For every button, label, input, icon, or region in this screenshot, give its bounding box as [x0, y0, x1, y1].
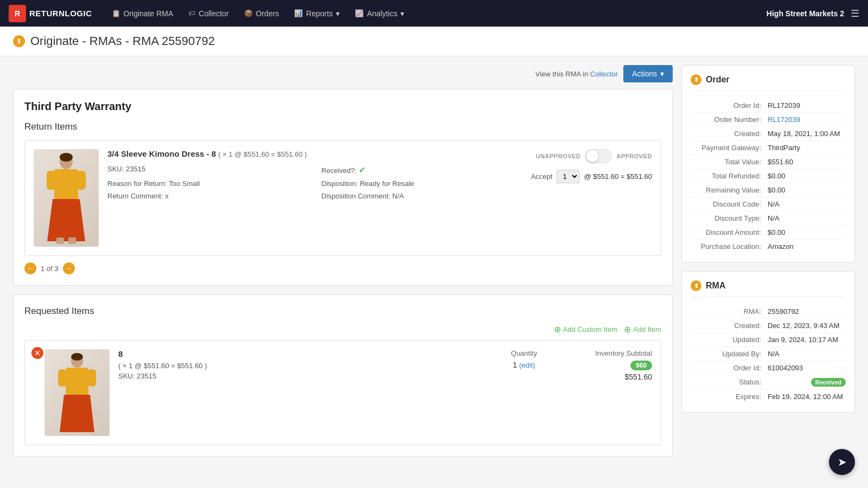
- return-item-card: 3/4 Sleeve Kimono Dress - 8 ( × 1 @ $551…: [24, 140, 661, 256]
- order-sidebar-card: ⬆ Order Order Id: RL172039 Order Number:…: [681, 65, 855, 262]
- actions-button[interactable]: Actions ▾: [623, 65, 673, 82]
- nav-right: High Street Markets 2 ☰: [767, 8, 859, 20]
- order-field-1: Order Number: RL172039: [691, 113, 846, 127]
- rma-field-0: RMA: 25590792: [691, 305, 846, 319]
- req-dress-figure: [55, 352, 99, 433]
- accept-label: Accept: [531, 172, 553, 181]
- nav-collector[interactable]: 🏷 Collector: [182, 6, 235, 21]
- svg-rect-11: [58, 369, 66, 387]
- nav-analytics[interactable]: 📈 Analytics ▾: [348, 6, 411, 21]
- store-name: High Street Markets 2: [767, 9, 844, 18]
- quantity-header: Quantity: [492, 349, 557, 357]
- rma-field-4: Order Id: 610042093: [691, 361, 846, 375]
- chat-bubble[interactable]: ➤: [829, 449, 855, 474]
- svg-rect-3: [47, 171, 55, 190]
- inventory-badge: 960: [630, 361, 652, 370]
- nav-collector-label: Collector: [199, 9, 228, 18]
- req-item-image: [44, 349, 110, 436]
- order-field-3: Payment Gateway: ThirdParty: [691, 141, 846, 155]
- svg-rect-12: [88, 369, 96, 387]
- order-field-4: Total Value: $551.60: [691, 155, 846, 169]
- quantity-value: 1 (edit): [492, 361, 557, 369]
- main-content: View this RMA in Collector Actions ▾ Thi…: [13, 65, 673, 465]
- item-actions-right: UNAPPROVED APPROVED Accept 1 2 3: [531, 149, 652, 247]
- req-quantity-col: Quantity 1 (edit): [492, 349, 557, 369]
- status-badge: Received: [811, 378, 846, 387]
- toggle-knob: [586, 150, 598, 162]
- page-header: ⬆ Originate - RMAs - RMA 25590792: [0, 27, 868, 56]
- dress-figure: [44, 152, 88, 244]
- actions-dropdown-icon: ▾: [660, 69, 664, 78]
- dispo-comment-field: Disposition Comment: N/A: [321, 192, 522, 200]
- requested-items-title: Requested Items: [24, 306, 661, 317]
- requested-items-card: Requested Items ⊕ Add Custom Item ⊕ Add …: [13, 294, 673, 457]
- svg-rect-6: [56, 237, 64, 244]
- order-icon: ⬆: [691, 74, 701, 85]
- svg-marker-13: [60, 395, 94, 432]
- subtotal-amount: $551.60: [565, 373, 652, 381]
- main-layout: View this RMA in Collector Actions ▾ Thi…: [0, 56, 868, 474]
- edit-qty-link[interactable]: (edit): [519, 361, 535, 369]
- brand[interactable]: R RETURNLOGIC: [9, 5, 92, 22]
- nav-analytics-label: Analytics: [367, 9, 397, 18]
- svg-rect-2: [54, 169, 78, 199]
- sidebar: ⬆ Order Order Id: RL172039 Order Number:…: [681, 65, 855, 465]
- prev-page-button[interactable]: ←: [24, 262, 36, 274]
- accept-qty-select[interactable]: 1 2 3: [557, 170, 579, 183]
- view-rma-text: View this RMA in Collector: [535, 70, 618, 78]
- analytics-icon: 📈: [355, 9, 363, 17]
- svg-rect-7: [68, 237, 76, 244]
- return-items-title: Return Items: [24, 121, 661, 132]
- chat-icon: ➤: [838, 455, 847, 468]
- nav-orders[interactable]: 📦 Orders: [238, 6, 286, 21]
- order-fields: Order Id: RL172039 Order Number: RL17203…: [691, 99, 846, 253]
- req-item-name: 8: [118, 349, 483, 358]
- item-name: 3/4 Sleeve Kimono Dress - 8 ( × 1 @ $551…: [107, 149, 522, 158]
- inventory-badge-container: 960: [565, 361, 652, 373]
- reason-field: Reason for Return: Too Small: [107, 179, 308, 188]
- requested-item-card: ✕ 8 ( × 1 @ $551.60 = $551.60 ): [24, 340, 661, 445]
- rma-icon: ⬆: [691, 280, 701, 291]
- rma-field-6: Expires: Feb 19, 2024, 12:00 AM: [691, 390, 846, 403]
- order-field-6: Remaining Value: $0.00: [691, 183, 846, 197]
- brand-name: RETURNLOGIC: [29, 9, 92, 18]
- order-field-10: Purchase Location: Amazon: [691, 240, 846, 253]
- add-item-button[interactable]: ⊕ Add Item: [624, 324, 661, 335]
- order-field-5: Total Refunded: $0.00: [691, 169, 846, 183]
- item-grid: SKU: 23515 Received?: ✔ Reason for Retur…: [107, 165, 522, 200]
- order-sidebar-title: ⬆ Order: [691, 74, 846, 91]
- nav-reports-label: Reports: [306, 9, 333, 18]
- add-custom-item-button[interactable]: ⊕ Add Custom Item: [554, 324, 617, 335]
- orders-icon: 📦: [244, 9, 253, 17]
- rma-field-3: Updated By: N/A: [691, 347, 846, 361]
- sku-field: SKU: 23515: [107, 165, 308, 175]
- return-items-section: Return Items: [24, 121, 661, 274]
- collector-icon: 🏷: [188, 9, 195, 17]
- order-field-8: Discount Type: N/A: [691, 211, 846, 226]
- approval-toggle[interactable]: [585, 149, 612, 163]
- brand-logo: R: [9, 5, 26, 22]
- analytics-dropdown-icon: ▾: [400, 9, 404, 18]
- navbar: R RETURNLOGIC 📋 Originate RMA 🏷 Collecto…: [0, 0, 868, 27]
- rma-fields: RMA: 25590792 Created: Dec 12, 2023, 9:4…: [691, 305, 846, 403]
- collector-link[interactable]: Collector: [590, 70, 618, 78]
- order-number-link[interactable]: RL172039: [768, 115, 846, 124]
- add-item-plus-icon: ⊕: [624, 324, 631, 335]
- nav-originate-rma[interactable]: 📋 Originate RMA: [105, 6, 180, 21]
- accept-price: @ $551.60 = $551.60: [584, 172, 652, 181]
- next-page-button[interactable]: →: [63, 262, 75, 274]
- order-field-7: Discount Code: N/A: [691, 197, 846, 211]
- hamburger-icon[interactable]: ☰: [851, 8, 859, 20]
- received-field: Received?: ✔: [321, 165, 522, 175]
- req-item-formula: ( × 1 @ $551.60 = $551.60 ): [118, 362, 483, 370]
- nav-orders-label: Orders: [256, 9, 279, 18]
- req-subtotal-col: Inventory Subtotal 960 $551.60: [565, 349, 652, 381]
- subtotal-header: Inventory Subtotal: [565, 349, 652, 357]
- rma-field-5: Status: Received: [691, 375, 846, 390]
- action-bar: View this RMA in Collector Actions ▾: [13, 65, 673, 82]
- page-text: 1 of 3: [41, 265, 59, 273]
- remove-item-button[interactable]: ✕: [31, 347, 43, 359]
- page-title: Originate - RMAs - RMA 25590792: [30, 34, 215, 48]
- comment-field: Return Comment: x: [107, 192, 308, 200]
- nav-reports[interactable]: 📊 Reports ▾: [288, 6, 346, 21]
